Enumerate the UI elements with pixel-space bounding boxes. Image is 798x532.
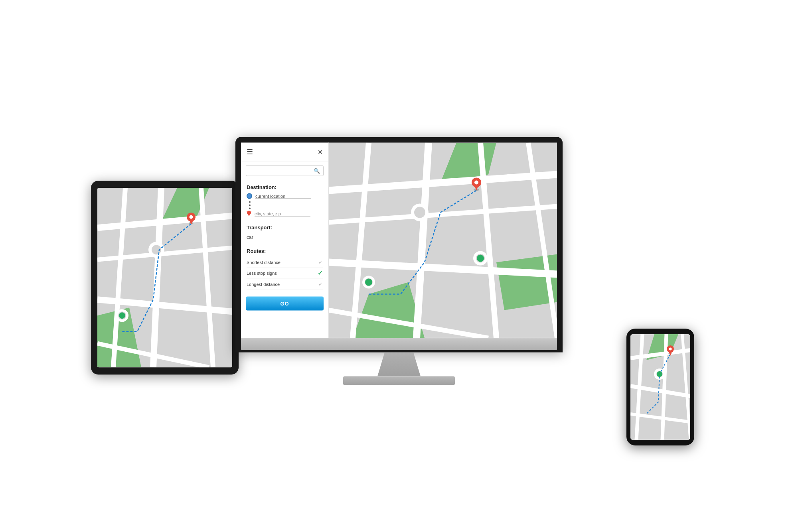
route-item-stops[interactable]: Less stop signs ✓ [247,268,323,279]
routes-section: Routes: Shortest distance ✓ Less stop si… [241,246,328,292]
svg-point-22 [474,181,478,185]
check-icon-stops: ✓ [318,270,323,277]
transport-value: car [247,234,323,243]
monitor-screen-wrapper: ☰ ✕ 🔍 Destination: [235,137,563,353]
transport-title: Transport: [247,225,323,231]
svg-point-53 [657,371,662,377]
phone-outer [626,329,694,445]
destination-input[interactable] [255,211,310,217]
phone [626,329,694,445]
origin-row [247,193,323,199]
tablet-outer [91,181,239,374]
transport-section: Transport: car [241,221,328,246]
origin-input[interactable] [255,193,311,199]
map-view-monitor [329,143,557,338]
search-bar[interactable]: 🔍 [246,166,324,176]
destination-icon [247,211,251,216]
destination-title: Destination: [247,184,323,190]
navigation-panel: ☰ ✕ 🔍 Destination: [241,143,329,338]
route-connector [247,201,323,210]
monitor: ☰ ✕ 🔍 Destination: [235,137,563,385]
map-svg-monitor [329,143,557,338]
svg-point-41 [190,215,193,219]
go-button[interactable]: GO [246,297,324,311]
check-icon-shortest: ✓ [318,259,323,265]
hamburger-icon[interactable]: ☰ [247,148,253,156]
destination-row [247,211,323,217]
connector-dot-1 [249,201,251,203]
routes-title: Routes: [247,248,323,254]
check-icon-longest: ✓ [318,281,323,287]
origin-icon [247,193,252,199]
svg-point-18 [477,255,484,262]
phone-screen [630,334,690,440]
monitor-base [343,376,455,385]
map-svg-phone [630,334,690,440]
map-svg-tablet [97,188,232,367]
route-item-shortest[interactable]: Shortest distance ✓ [247,257,323,268]
destination-section: Destination: [241,180,328,221]
route-label-stops: Less stop signs [247,271,277,276]
svg-point-38 [119,312,125,319]
monitor-screen: ☰ ✕ 🔍 Destination: [241,143,557,338]
scene: ☰ ✕ 🔍 Destination: [80,47,718,485]
search-icon: 🔍 [314,168,320,174]
connector-dot-3 [249,208,251,209]
route-item-longest[interactable]: Longest distance ✓ [247,279,323,290]
svg-point-56 [669,348,672,351]
svg-point-19 [365,279,372,286]
tablet [91,181,239,374]
monitor-stand-top [241,338,557,350]
panel-header: ☰ ✕ [241,143,328,162]
route-label-shortest: Shortest distance [247,260,280,264]
route-label-longest: Longest distance [247,282,280,286]
monitor-stand-neck [375,353,423,376]
search-input[interactable] [249,168,314,173]
tablet-screen [97,188,232,367]
monitor-map [329,143,557,338]
connector-dot-2 [249,205,251,206]
svg-point-13 [414,207,425,218]
close-icon[interactable]: ✕ [318,148,323,156]
